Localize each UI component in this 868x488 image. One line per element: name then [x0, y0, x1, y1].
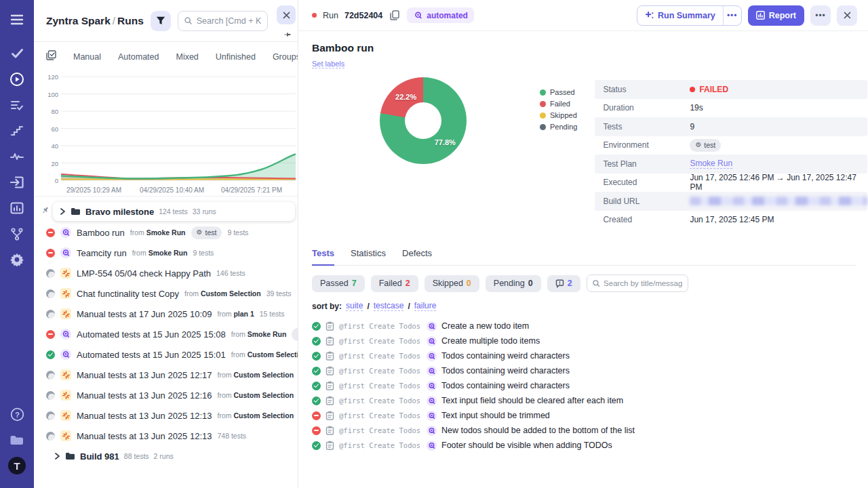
test-plan-link[interactable]: Smoke Run [690, 159, 732, 169]
test-suite-path[interactable]: @first Create Todos... [339, 396, 422, 405]
select-all-icon[interactable] [46, 50, 56, 63]
manual-run-icon [60, 430, 71, 441]
status-filter-chip[interactable]: Pending 0 [486, 275, 541, 292]
run-list-item[interactable]: Automated tests at 15 Jun 2025 15:01 fro… [34, 344, 298, 365]
manual-run-icon [60, 268, 71, 279]
detail-tab[interactable]: Defects [402, 248, 432, 266]
run-list-item[interactable]: Manual tests at 13 Jun 2025 12:13 from C… [34, 405, 298, 426]
run-type-tab[interactable]: Mixed [176, 52, 198, 62]
sort-by-suite[interactable]: suite [346, 301, 363, 311]
run-status-icon [46, 432, 55, 441]
run-list-item[interactable]: Bamboo run from Smoke Run ⚙test 9 tests [34, 222, 298, 243]
legend-item[interactable]: Failed [540, 100, 577, 108]
pin-icon[interactable] [41, 205, 50, 218]
run-source: from plan 1 [217, 310, 254, 318]
folder-icon [71, 207, 81, 216]
legend-dot [540, 124, 546, 130]
run-summary-label: Run Summary [658, 11, 715, 20]
projects-folder-icon[interactable] [7, 430, 27, 450]
run-source: from Custom Selection [217, 391, 294, 399]
tests-check-icon[interactable] [7, 43, 27, 64]
tests-list: @first Create Todos... Create a new todo… [312, 319, 856, 453]
test-plans-icon[interactable] [7, 95, 27, 115]
runs-play-icon[interactable] [7, 69, 27, 89]
automated-type-badge[interactable]: automated [407, 7, 474, 23]
test-list-item[interactable]: @first Create Todos... Footer should be … [312, 438, 856, 453]
report-button[interactable]: Report [748, 5, 804, 26]
detail-tab[interactable]: Statistics [351, 248, 386, 266]
analytics-pulse-icon[interactable] [7, 146, 27, 167]
sort-by-failure[interactable]: failure [414, 301, 437, 311]
test-list-item[interactable]: @first Create Todos... Text input field … [312, 393, 856, 408]
close-detail-button[interactable] [837, 5, 857, 26]
test-suite-path[interactable]: @first Create Todos... [339, 426, 422, 434]
legend-item[interactable]: Skipped [540, 111, 577, 119]
run-list-item[interactable]: Chat functinality test Copy from Custom … [34, 283, 298, 304]
automated-test-icon [427, 351, 437, 361]
run-summary-more-button[interactable]: ••• [723, 6, 741, 25]
manual-run-icon [60, 390, 71, 401]
comments-filter-chip[interactable]: 2 [547, 275, 580, 292]
run-type-tab[interactable]: Unfinished [216, 52, 256, 62]
panel-close-button[interactable] [277, 5, 296, 24]
set-labels-link[interactable]: Set labels [312, 60, 344, 68]
run-type-tab[interactable]: Groups [273, 52, 298, 62]
run-type-tab[interactable]: Automated [118, 52, 159, 62]
run-list-item[interactable]: Teamcity run from Smoke Run 9 tests [34, 243, 298, 263]
branches-icon[interactable] [7, 224, 27, 244]
svg-text:?: ? [15, 410, 20, 418]
status-filter-chip[interactable]: Failed 2 [371, 275, 418, 292]
test-suite-path[interactable]: @first Create Todos... [339, 411, 422, 420]
test-suite-path[interactable]: @first Create Todos... [339, 382, 422, 390]
test-list-item[interactable]: @first Create Todos... Create a new todo… [312, 319, 856, 333]
automated-test-icon [427, 336, 437, 346]
test-list-item[interactable]: @first Create Todos... Todos containing … [312, 348, 856, 363]
milestone-row[interactable]: Bravo milestone 124 tests 33 runs [53, 202, 295, 221]
run-list-item[interactable]: LMP-554 05/04 check Happy Path 146 tests [34, 263, 298, 283]
tests-search-input[interactable] [604, 279, 682, 287]
menu-icon[interactable] [7, 9, 27, 30]
legend-item[interactable]: Pending [540, 123, 577, 131]
help-icon[interactable]: ? [7, 404, 27, 424]
settings-gear-icon[interactable] [7, 249, 27, 270]
test-suite-path[interactable]: @first Create Todos... [339, 322, 422, 330]
status-filter-chip[interactable]: Passed 7 [312, 275, 365, 292]
test-suite-path[interactable]: @first Create Todos... [339, 441, 422, 449]
run-type-tab[interactable]: Manual [73, 52, 101, 62]
test-list-item[interactable]: @first Create Todos... New todos should … [312, 423, 856, 438]
status-filter-chip[interactable]: Skipped 0 [425, 275, 479, 292]
reports-chart-icon[interactable] [7, 198, 27, 218]
test-suite-path[interactable]: @first Create Todos... [339, 337, 422, 345]
test-list-item[interactable]: @first Create Todos... Todos containing … [312, 378, 856, 393]
legend-item[interactable]: Passed [540, 88, 577, 96]
tests-search[interactable] [587, 274, 688, 292]
automated-test-icon [427, 366, 437, 376]
test-suite-path[interactable]: @first Create Todos... [339, 352, 422, 360]
test-list-item[interactable]: @first Create Todos... Todos containing … [312, 363, 856, 378]
test-list-item[interactable]: @first Create Todos... Text input should… [312, 408, 856, 423]
run-list-item[interactable]: Manual tests at 13 Jun 2025 12:13 748 te… [34, 426, 298, 446]
test-suite-path[interactable]: @first Create Todos... [339, 367, 422, 375]
test-list-item[interactable]: @first Create Todos... Create multiple t… [312, 333, 856, 348]
run-list-item[interactable]: Manual tests at 17 Jun 2025 10:09 from p… [34, 304, 298, 324]
run-list-item[interactable]: Manual tests at 13 Jun 2025 12:17 from C… [34, 365, 298, 385]
run-summary-split-button[interactable]: Run Summary ••• [637, 5, 742, 26]
runs-search-input[interactable] [197, 16, 261, 26]
filter-button[interactable] [151, 11, 171, 31]
sort-by-testcase[interactable]: testcase [374, 301, 404, 311]
run-status-icon [46, 228, 55, 237]
copy-run-id-button[interactable] [389, 9, 401, 22]
run-list-item[interactable]: Automated tests at 15 Jun 2025 15:08 fro… [34, 324, 298, 344]
pin-icon[interactable] [283, 28, 292, 41]
more-actions-button[interactable]: ••• [810, 5, 831, 26]
detail-row: Environment ⚙test [595, 136, 867, 155]
run-source: from Custom Selection [217, 411, 294, 420]
runs-search[interactable] [178, 11, 268, 31]
milestones-steps-icon[interactable] [7, 121, 27, 141]
app-logo[interactable]: T [7, 455, 27, 476]
detail-tab[interactable]: Tests [312, 248, 334, 266]
run-list-item[interactable]: Manual tests at 13 Jun 2025 12:16 from C… [34, 385, 298, 405]
import-icon[interactable] [7, 172, 27, 192]
group-row-build-981[interactable]: Build 981 88 tests 2 runs [34, 446, 298, 466]
breadcrumb-project[interactable]: Zyntra Spark [46, 15, 111, 26]
